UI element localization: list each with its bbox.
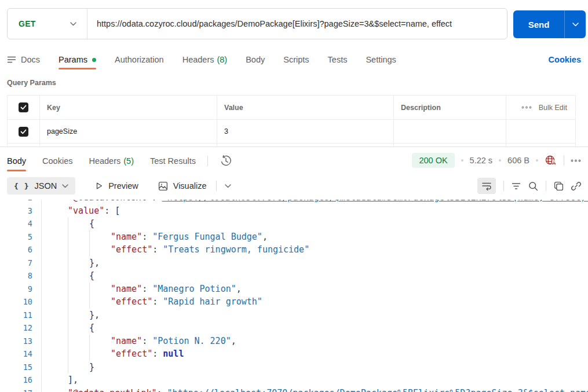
bulk-edit-button[interactable]: Bulk Edit: [539, 104, 567, 112]
code-line-content: ],: [42, 373, 588, 387]
response-tab-test-results[interactable]: Test Results: [150, 151, 196, 171]
preview-button[interactable]: Preview: [95, 181, 138, 190]
code-line-content: },: [42, 257, 588, 270]
code-token: "name": [111, 336, 142, 346]
code-token: :: [152, 296, 163, 307]
cookies-link[interactable]: Cookies: [549, 55, 581, 64]
code-token: },: [89, 258, 100, 268]
code-text: {: [89, 218, 94, 229]
visualize-button[interactable]: Visualize: [158, 181, 207, 191]
tab-label: Body: [246, 55, 265, 64]
response-toolbar-actions: [477, 178, 581, 194]
indent-guide: [68, 361, 68, 374]
select-all-cell: [8, 96, 39, 119]
code-token: "@odata.context": [68, 200, 152, 203]
code-text: "effect": "Treats ringworm, fungicide": [111, 244, 309, 255]
param-value-cell[interactable]: 3: [217, 120, 393, 143]
code-line: 11},: [0, 309, 588, 322]
response-tab-headers[interactable]: Headers(5): [89, 151, 134, 171]
more-options-icon[interactable]: [571, 159, 581, 162]
send-options-button[interactable]: [565, 10, 586, 38]
search-icon[interactable]: [528, 181, 538, 191]
meta-dot: [461, 159, 463, 162]
wrap-text-icon: [481, 182, 492, 190]
tab-body[interactable]: Body: [246, 50, 265, 69]
line-number: 11: [0, 309, 42, 322]
line-number: 7: [0, 257, 42, 270]
code-line-content: "name": "Fergus Fungal Budge",: [42, 230, 588, 244]
param-key-cell[interactable]: pageSize: [39, 120, 217, 143]
toolbar-divider: [216, 181, 217, 191]
tab-label: Cookies: [42, 156, 72, 166]
json-link[interactable]: "https://localhost:7070/packages/DemoPac…: [167, 388, 588, 392]
format-selector[interactable]: { } JSON: [7, 177, 75, 195]
indent-guide: [89, 230, 90, 244]
indent-guide: [68, 347, 68, 361]
link-icon[interactable]: [571, 181, 581, 191]
preview-play-icon: [95, 182, 103, 190]
wrap-text-icon[interactable]: [477, 178, 496, 194]
json-link[interactable]: "https://localhost:7070/packages/$metada…: [162, 200, 588, 203]
column-header-key: Key: [39, 96, 217, 119]
format-options-chevron-icon[interactable]: [225, 184, 231, 188]
table-actions-cell: Bulk Edit: [506, 96, 575, 119]
more-options-icon[interactable]: [521, 106, 532, 109]
line-number: 2: [0, 200, 42, 204]
url-input[interactable]: https://odata.cozyroc.cloud/packages/Dem…: [87, 19, 507, 28]
preview-label: Preview: [108, 181, 138, 190]
filter-icon[interactable]: [512, 182, 521, 190]
toolbar-divider: [503, 181, 504, 191]
code-token: "value": [68, 206, 104, 216]
indent-guide: [89, 243, 90, 257]
code-token: :: [152, 349, 163, 359]
indent-guide: [68, 335, 68, 348]
tab-scripts[interactable]: Scripts: [283, 50, 309, 69]
tab-authorization[interactable]: Authorization: [115, 50, 164, 69]
indent-guide: [68, 309, 68, 322]
code-token: {: [89, 218, 94, 229]
tab-headers[interactable]: Headers(8): [182, 50, 228, 69]
code-text: "@odata.context": "https://localhost:707…: [68, 200, 588, 203]
code-token: : [: [104, 206, 120, 216]
column-header-description: Description: [393, 96, 506, 119]
globe-warning-icon[interactable]: [545, 155, 557, 166]
tab-params[interactable]: Params: [59, 50, 96, 69]
tab-tests[interactable]: Tests: [328, 50, 348, 69]
tab-docs[interactable]: Docs: [7, 50, 40, 69]
copy-icon[interactable]: [554, 181, 564, 191]
response-time: 5.22 s: [470, 156, 493, 165]
code-line: 10"effect": "Rapid hair growth": [0, 295, 588, 309]
code-line: 3"value": [: [0, 204, 588, 218]
code-line-content: "value": [: [42, 204, 588, 218]
request-url-bar: GET https://odata.cozyroc.cloud/packages…: [7, 8, 507, 39]
chevron-down-icon: [62, 184, 68, 188]
visualize-image-icon: [158, 181, 168, 191]
send-button[interactable]: Send: [513, 10, 565, 38]
response-toolbar: { } JSON Preview Visualize: [7, 176, 581, 196]
indent-guide: [68, 217, 68, 230]
tabs-divider: [207, 156, 208, 166]
select-all-checkbox[interactable]: [19, 102, 28, 112]
code-token: :: [142, 336, 152, 346]
tab-settings[interactable]: Settings: [366, 50, 396, 69]
chevron-down-icon: [572, 23, 579, 27]
line-number: 5: [0, 230, 42, 244]
method-selector[interactable]: GET: [8, 9, 87, 39]
code-token: {: [89, 270, 94, 281]
response-tab-body[interactable]: Body: [7, 151, 26, 171]
query-params-table: Key Value Description Bulk Edit pageSize…: [7, 95, 576, 147]
tab-label: Headers: [182, 55, 214, 64]
response-body-viewer[interactable]: 2"@odata.context": "https://localhost:70…: [0, 200, 588, 392]
code-text: },: [89, 258, 100, 268]
code-text: "name": "Potion N. 220",: [111, 336, 236, 346]
code-line: 17"@odata.nextLink": "https://localhost:…: [0, 387, 588, 392]
history-icon[interactable]: [220, 155, 232, 167]
code-line-content: },: [42, 309, 588, 322]
row-checkbox[interactable]: [19, 127, 28, 137]
response-tab-cookies[interactable]: Cookies: [42, 151, 72, 171]
indent-guide: [68, 257, 68, 270]
param-description-cell[interactable]: [393, 120, 506, 143]
code-token: null: [163, 349, 184, 359]
method-label: GET: [19, 19, 36, 28]
code-token: :: [157, 388, 167, 392]
